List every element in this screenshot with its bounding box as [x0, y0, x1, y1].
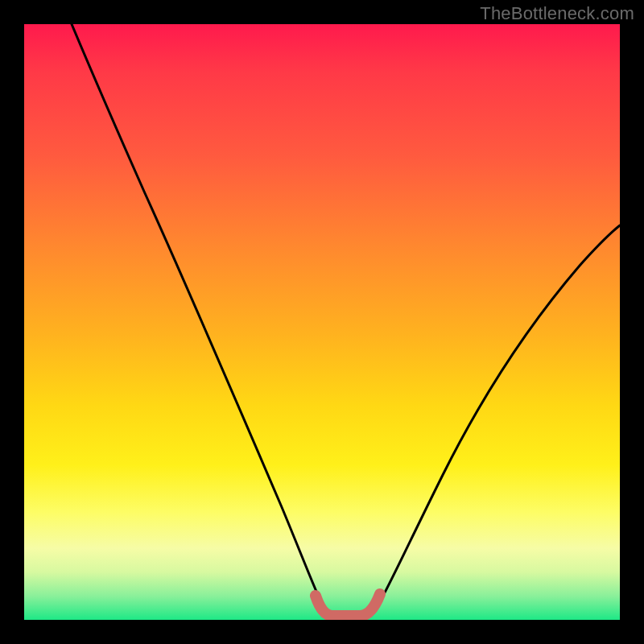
curve-svg — [24, 24, 620, 620]
chart-frame: TheBottleneck.com — [0, 0, 644, 644]
watermark-text: TheBottleneck.com — [480, 3, 634, 24]
plot-area — [24, 24, 620, 620]
bottleneck-curve — [72, 24, 620, 617]
optimal-band — [316, 594, 380, 616]
